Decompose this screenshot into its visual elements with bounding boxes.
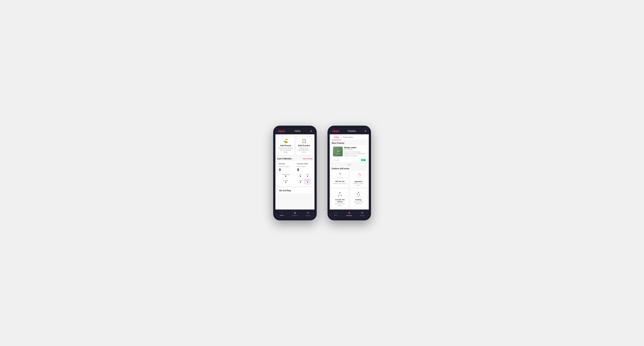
carousel-dots xyxy=(330,164,369,166)
drill-name-row: Wedge Ladder ☆ xyxy=(344,147,366,149)
tab-favourites[interactable]: Favourites xyxy=(341,134,356,140)
stats-card: Rounds Rounds Capture 0 Tournament 0 Pra… xyxy=(277,161,313,186)
tabs-bar: Drills Favourites xyxy=(330,134,369,140)
app-logo: clippd xyxy=(278,130,285,133)
practice-nav-activities[interactable]: ♟ Activities xyxy=(343,211,356,216)
svg-point-24 xyxy=(359,193,360,194)
skill-grid: Off The Tee Power and accuracy xyxy=(330,171,369,209)
svg-point-14 xyxy=(360,174,361,175)
approach-icon-area xyxy=(354,173,363,180)
practice-header: clippd Practice ≡ xyxy=(330,128,369,134)
nav-capture[interactable]: ⊕ Capture xyxy=(302,211,314,216)
svg-line-3 xyxy=(338,173,340,178)
tournament-stat: Tournament 0 xyxy=(279,173,293,178)
skill-around-the-green[interactable]: Around The Green Hone your short game xyxy=(332,189,348,208)
dot-1[interactable] xyxy=(347,164,348,165)
practice-home-icon: ⌂ xyxy=(335,211,337,214)
drill-thumbnail xyxy=(333,147,343,156)
drills-total: 8 xyxy=(297,168,311,172)
off-the-tee-svg xyxy=(336,173,344,179)
app-stat: APP 4 xyxy=(304,173,311,178)
rounds-total: 0 xyxy=(279,168,293,172)
off-the-tee-desc: Power and accuracy xyxy=(333,183,346,184)
drill-description: Play 1 shot at each target yardage. If y… xyxy=(344,151,366,157)
practice-content: Most Popular Wedge Ladder xyxy=(330,140,369,209)
nav-home-label: Home xyxy=(280,215,284,216)
around-the-green-svg xyxy=(336,191,344,198)
practice-stat: Practice 0 xyxy=(279,179,293,184)
rounds-mini-stats: Tournament 0 xyxy=(279,173,293,178)
menu-icon[interactable]: ≡ xyxy=(310,130,312,133)
approach-svg xyxy=(354,173,362,179)
view-activity-link[interactable]: View Activity xyxy=(302,158,312,160)
putt-label: PUTT xyxy=(305,180,310,181)
approach-desc: Dial-in to hit the green xyxy=(352,183,366,186)
add-practice-desc: Capture your practice off-the-course xyxy=(297,147,311,153)
golf-bag-label: My Golf Bag xyxy=(279,189,291,192)
practice-mini-stats: Practice 0 xyxy=(279,179,293,184)
svg-line-26 xyxy=(358,194,360,195)
page-title: Home xyxy=(295,130,300,132)
svg-point-8 xyxy=(340,178,340,178)
app-header: clippd Home ≡ xyxy=(276,128,314,134)
drill-shots-text: 9 shots xyxy=(335,159,340,161)
practice-nav-capture[interactable]: ⊕ Capture xyxy=(356,211,369,216)
activity-title: Last 3 Months xyxy=(277,158,292,160)
action-cards: ⛳ Add Round Record your shots in fast or… xyxy=(276,134,314,156)
add-round-card[interactable]: ⛳ Add Round Record your shots in fast or… xyxy=(277,137,294,155)
add-round-icon: ⛳ xyxy=(283,139,288,143)
arg-value: 0 xyxy=(298,181,303,183)
around-the-green-name: Around The Green xyxy=(333,199,347,203)
capture-icon: ⊕ xyxy=(307,211,309,214)
putt-stat: PUTT 4 xyxy=(304,179,311,184)
drill-name: Wedge Ladder xyxy=(344,147,357,149)
drills-col: Practice Drills Drills Capture 8 OTT 0 A… xyxy=(297,163,311,184)
nav-capture-label: Capture xyxy=(305,215,310,216)
add-practice-icon: 📋 xyxy=(302,139,306,143)
activity-section-header: Last 3 Months View Activity xyxy=(276,156,314,161)
tab-drills[interactable]: Drills xyxy=(332,134,341,140)
arg-label: ARG xyxy=(298,180,303,181)
add-practice-card[interactable]: 📋 Add Practice Capture your practice off… xyxy=(296,137,313,155)
drills-top-row: OTT 0 APP 4 xyxy=(297,173,311,178)
dot-2[interactable] xyxy=(349,164,350,165)
drills-capture-label: Drills Capture xyxy=(297,166,311,168)
around-the-green-desc: Hone your short game xyxy=(333,203,347,206)
home-content: ⛳ Add Round Record your shots in fast or… xyxy=(276,134,314,209)
drill-card-inner: Wedge Ladder ☆ 50–100 yds Play 1 shot at… xyxy=(332,145,367,158)
ott-value: 0 xyxy=(298,175,303,177)
rounds-col: Rounds Rounds Capture 0 Tournament 0 Pra… xyxy=(279,163,293,184)
drill-info: Wedge Ladder ☆ 50–100 yds Play 1 shot at… xyxy=(344,147,366,157)
ott-stat: OTT 0 xyxy=(297,173,304,178)
svg-point-12 xyxy=(358,175,359,176)
ott-label: OTT xyxy=(298,174,303,175)
svg-point-7 xyxy=(337,177,338,178)
putting-svg xyxy=(354,191,362,198)
practice-menu-icon[interactable]: ≡ xyxy=(365,130,366,133)
skill-approach[interactable]: Approach Dial-in to hit the green xyxy=(350,171,367,187)
golf-bag-row[interactable]: My Golf Bag › xyxy=(277,187,313,194)
drill-badge: APP xyxy=(361,159,365,161)
nav-home[interactable]: ⌂ Home xyxy=(276,211,288,216)
skill-putting[interactable]: Putting Make and lag practice xyxy=(350,189,367,208)
add-round-title: Add Round xyxy=(280,145,291,147)
nav-activities[interactable]: ♟ Activities xyxy=(288,211,302,216)
drills-bottom-row: ARG 0 PUTT 4 xyxy=(297,179,311,184)
tournament-value: 0 xyxy=(280,175,292,177)
drill-shots: ◎ 9 shots xyxy=(333,159,340,161)
skill-off-the-tee[interactable]: Off The Tee Power and accuracy xyxy=(332,171,348,187)
target-icon: ◎ xyxy=(333,159,334,161)
practice-nav-home-label: Home xyxy=(334,215,338,216)
arg-stat: ARG 0 xyxy=(297,179,304,184)
putt-value: 4 xyxy=(305,181,310,183)
practice-label: Practice xyxy=(280,180,292,181)
dot-3[interactable] xyxy=(350,164,351,165)
app-label: APP xyxy=(305,174,310,175)
explore-title: Explore skill areas xyxy=(330,166,369,171)
drill-card[interactable]: Wedge Ladder ☆ 50–100 yds Play 1 shot at… xyxy=(332,145,367,162)
favourite-star-icon[interactable]: ☆ xyxy=(364,147,366,149)
practice-nav-home[interactable]: ⌂ Home xyxy=(330,211,343,216)
stats-row: Rounds Rounds Capture 0 Tournament 0 Pra… xyxy=(279,163,311,184)
svg-point-0 xyxy=(335,153,340,154)
phone-2: clippd Practice ≡ Drills Favourites Most… xyxy=(328,126,371,220)
